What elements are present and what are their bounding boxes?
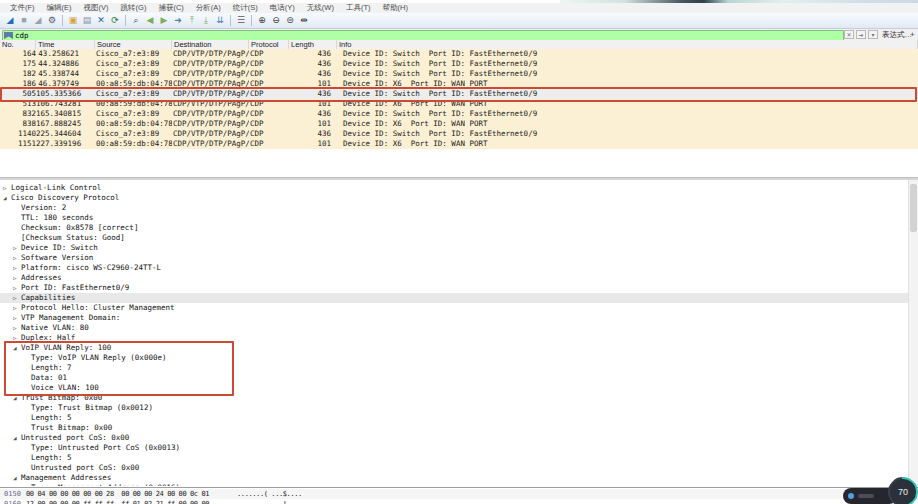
packet-row[interactable]: 505105.335366Cisco_a7:e3:89CDP/VTP/DTP/P… xyxy=(0,89,918,99)
packet-row[interactable]: 832165.340815Cisco_a7:e3:89CDP/VTP/DTP/P… xyxy=(0,109,918,119)
column-header-no[interactable]: No. xyxy=(0,40,36,49)
zoom-in-icon[interactable]: ⊕ xyxy=(255,14,269,27)
packet-row[interactable]: 513106.74328100:a8:59:db:04:78CDP/VTP/DT… xyxy=(0,99,918,109)
tree-row[interactable]: ▷Platform: cisco WS-C2960-24TT-L xyxy=(0,263,918,273)
menu-edit[interactable]: 编辑(E) xyxy=(41,3,78,13)
tree-row[interactable]: Data: 01 xyxy=(0,373,918,383)
expander-icon[interactable]: ◢ xyxy=(13,433,17,443)
details-scrollbar[interactable] xyxy=(908,180,918,486)
menu-capture[interactable]: 捕获(C) xyxy=(152,3,189,13)
tree-row[interactable]: Untrusted port CoS: 0x00 xyxy=(0,463,918,473)
tree-row[interactable]: ▷Logical-Link Control xyxy=(0,183,918,193)
add-filter-button[interactable]: + xyxy=(910,30,915,39)
tree-row[interactable]: ▷Software Version xyxy=(0,253,918,263)
expander-icon[interactable]: ▷ xyxy=(13,333,17,343)
stop-capture-icon[interactable]: ■ xyxy=(17,14,31,27)
resize-columns-icon[interactable]: ⇹ xyxy=(297,14,311,27)
expander-icon[interactable]: ▷ xyxy=(13,243,17,253)
tree-row[interactable]: Voice VLAN: 100 xyxy=(0,383,918,393)
hex-row[interactable]: 016012 00 00 00 00 ff ff ff ff 01 02 21 … xyxy=(0,499,918,504)
go-forward-icon[interactable]: ▶ xyxy=(157,14,171,27)
close-file-icon[interactable]: ✕ xyxy=(94,14,108,27)
zoom-out-icon[interactable]: ⊖ xyxy=(269,14,283,27)
tree-row[interactable]: Type: Trust Bitmap (0x0012) xyxy=(0,403,918,413)
expander-icon[interactable]: ◢ xyxy=(13,393,17,403)
tree-row[interactable]: ▷Capabilities xyxy=(0,293,918,303)
packet-row[interactable]: 838167.88824500:a8:59:db:04:78CDP/VTP/DT… xyxy=(0,119,918,129)
expander-icon[interactable]: ▷ xyxy=(13,263,17,273)
go-last-icon[interactable]: ⤓ xyxy=(199,14,213,27)
menu-statistics[interactable]: 统计(S) xyxy=(227,3,264,13)
menu-wireless[interactable]: 无线(W) xyxy=(301,3,340,13)
tree-row[interactable]: ▷Device ID: Switch xyxy=(0,243,918,253)
column-header-destination[interactable]: Destination xyxy=(172,40,249,49)
expander-icon[interactable]: ◢ xyxy=(13,473,17,483)
filter-dropdown-icon[interactable]: ▾ xyxy=(868,30,878,39)
menu-analyze[interactable]: 分析(A) xyxy=(190,3,227,13)
packet-row[interactable]: 16443.258621Cisco_a7:e3:89CDP/VTP/DTP/PA… xyxy=(0,49,918,59)
menu-help[interactable]: 帮助(H) xyxy=(377,3,414,13)
go-to-packet-icon[interactable]: ➜ xyxy=(171,14,185,27)
menu-tools[interactable]: 工具(T) xyxy=(340,3,377,13)
auto-scroll-icon[interactable]: ⇊ xyxy=(213,14,227,27)
tree-row[interactable]: Type: VoIP VLAN Reply (0x000e) xyxy=(0,353,918,363)
tree-row[interactable]: [Checksum Status: Good] xyxy=(0,233,918,243)
tree-row[interactable]: TTL: 180 seconds xyxy=(0,213,918,223)
expander-icon[interactable]: ◢ xyxy=(3,193,7,203)
open-file-icon[interactable]: ▣ xyxy=(66,14,80,27)
tree-row[interactable]: ▷Port ID: FastEthernet0/9 xyxy=(0,283,918,293)
filter-clear-icon[interactable]: ✕ xyxy=(844,30,854,39)
start-capture-icon[interactable]: ◢ xyxy=(3,14,17,27)
expander-icon[interactable]: ◢ xyxy=(13,343,17,353)
tree-row[interactable]: ◢VoIP VLAN Reply: 100 xyxy=(0,343,918,353)
go-first-icon[interactable]: ⤒ xyxy=(185,14,199,27)
tree-row[interactable]: ◢Trust Bitmap: 0x00 xyxy=(0,393,918,403)
tree-row[interactable]: ▷VTP Management Domain: xyxy=(0,313,918,323)
display-filter-input[interactable] xyxy=(13,32,843,40)
menu-go[interactable]: 跳转(G) xyxy=(115,3,153,13)
menu-view[interactable]: 视图(V) xyxy=(78,3,115,13)
column-header-length[interactable]: Length xyxy=(289,40,337,49)
colorize-icon[interactable]: ☰ xyxy=(234,14,248,27)
tree-row[interactable]: ▷Native VLAN: 80 xyxy=(0,323,918,333)
tree-row[interactable]: ◢Untrusted port CoS: 0x00 xyxy=(0,433,918,443)
details-scrollbar-thumb[interactable] xyxy=(910,184,917,232)
expander-icon[interactable]: ▷ xyxy=(13,293,17,303)
expander-icon[interactable]: ▷ xyxy=(3,183,7,193)
tree-row[interactable]: Type: Management Address (0x0016) xyxy=(0,483,918,486)
column-header-source[interactable]: Source xyxy=(95,40,172,49)
packet-row[interactable]: 17544.324886Cisco_a7:e3:89CDP/VTP/DTP/PA… xyxy=(0,59,918,69)
packet-row[interactable]: 1151227.33919600:a8:59:db:04:78CDP/VTP/D… xyxy=(0,139,918,149)
tree-row[interactable]: ◢Management Addresses xyxy=(0,473,918,483)
packet-row[interactable]: 18646.37974900:a8:59:db:04:78CDP/VTP/DTP… xyxy=(0,79,918,89)
tree-row[interactable]: ▷Protocol Hello: Cluster Management xyxy=(0,303,918,313)
expander-icon[interactable]: ▷ xyxy=(13,273,17,283)
expander-icon[interactable]: ▷ xyxy=(13,283,17,293)
find-packet-icon[interactable]: ⌕ xyxy=(129,14,143,27)
expander-icon[interactable]: ▷ xyxy=(13,303,17,313)
tree-row[interactable]: Trust Bitmap: 0x00 xyxy=(0,423,918,433)
column-header-info[interactable]: Info xyxy=(337,40,918,49)
expander-icon[interactable]: ▷ xyxy=(13,253,17,263)
tree-row[interactable]: ▷Addresses xyxy=(0,273,918,283)
capture-options-icon[interactable]: ⚙ xyxy=(45,14,59,27)
tree-row[interactable]: Length: 5 xyxy=(0,413,918,423)
tree-row[interactable]: Length: 7 xyxy=(0,363,918,373)
go-back-icon[interactable]: ◀ xyxy=(143,14,157,27)
column-header-protocol[interactable]: Protocol xyxy=(249,40,289,49)
packet-row[interactable]: 1140225.344604Cisco_a7:e3:89CDP/VTP/DTP/… xyxy=(0,129,918,139)
tree-row[interactable]: Length: 5 xyxy=(0,453,918,463)
save-file-icon[interactable]: ▤ xyxy=(80,14,94,27)
zoom-100-icon[interactable]: ⊜ xyxy=(283,14,297,27)
tree-row[interactable]: Checksum: 0x8578 [correct] xyxy=(0,223,918,233)
tree-row[interactable]: Type: Untrusted Port CoS (0x0013) xyxy=(0,443,918,453)
tree-row[interactable]: ◢Cisco Discovery Protocol xyxy=(0,193,918,203)
filter-apply-icon[interactable]: ➔ xyxy=(856,30,866,39)
tree-row[interactable]: Version: 2 xyxy=(0,203,918,213)
menu-telephony[interactable]: 电话(Y) xyxy=(264,3,301,13)
filter-bookmark-icon[interactable] xyxy=(4,32,13,39)
hex-row[interactable]: 015000 04 00 00 00 00 00 28 00 00 00 24 … xyxy=(0,489,918,499)
packet-row[interactable]: 18245.338744Cisco_a7:e3:89CDP/VTP/DTP/PA… xyxy=(0,69,918,79)
expander-icon[interactable]: ▷ xyxy=(13,323,17,333)
expander-icon[interactable]: ▷ xyxy=(13,313,17,323)
